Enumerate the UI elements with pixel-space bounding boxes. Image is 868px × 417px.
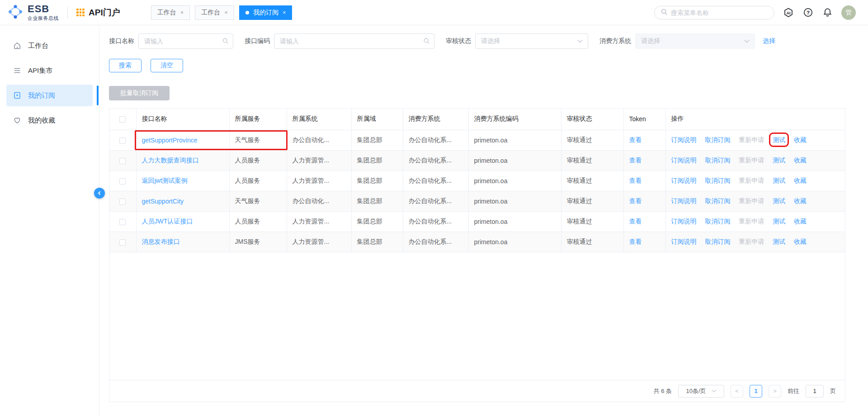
row-checkbox[interactable] bbox=[119, 178, 126, 185]
test-link[interactable]: 测试 bbox=[773, 218, 785, 225]
reapply-link[interactable]: 重新申请 bbox=[739, 197, 764, 204]
chevron-left-icon bbox=[97, 191, 102, 195]
test-link[interactable]: 测试 bbox=[773, 136, 785, 143]
subscription-note-link[interactable]: 订阅说明 bbox=[671, 156, 697, 164]
prev-page-button[interactable]: < bbox=[731, 385, 743, 398]
token-view-link[interactable]: 查看 bbox=[629, 218, 642, 225]
cell-service: 人员服务 bbox=[229, 171, 287, 191]
tab-close-icon[interactable]: × bbox=[283, 9, 286, 16]
ai-assistant-icon[interactable]: AI bbox=[783, 7, 794, 18]
search-button[interactable]: 搜索 bbox=[109, 59, 142, 72]
cell-domain: 集团总部 bbox=[351, 150, 403, 171]
cell-consumer-code: primeton.oa bbox=[468, 171, 561, 191]
sidebar-item-api-market[interactable]: API集市 bbox=[6, 60, 93, 81]
token-view-link[interactable]: 查看 bbox=[629, 177, 642, 184]
reapply-link[interactable]: 重新申请 bbox=[739, 238, 764, 245]
cell-actions: 订阅说明 取消订阅 重新申请 测试 收藏 bbox=[665, 171, 845, 191]
logo-title: ESB bbox=[28, 4, 59, 14]
token-view-link[interactable]: 查看 bbox=[629, 197, 642, 204]
sidebar-item-my-favorites[interactable]: 我的收藏 bbox=[6, 109, 93, 131]
cell-consumer-code: primeton.oa bbox=[468, 211, 561, 232]
token-view-link[interactable]: 查看 bbox=[629, 156, 642, 164]
cell-consumer: 办公自动化系... bbox=[403, 191, 468, 211]
table-row: 消息发布接口 JMS服务 人力资源管... 集团总部 办公自动化系... pri… bbox=[109, 232, 845, 252]
favorite-link[interactable]: 收藏 bbox=[794, 197, 807, 204]
column-header-consumer-code: 消费方系统编码 bbox=[468, 109, 561, 130]
tab-close-icon[interactable]: × bbox=[224, 9, 228, 16]
sidebar-item-my-subscriptions[interactable]: 我的订阅 bbox=[6, 85, 93, 106]
api-name-link[interactable]: 人力大数据查询接口 bbox=[142, 156, 199, 164]
test-link[interactable]: 测试 bbox=[773, 238, 785, 245]
heart-icon bbox=[13, 116, 21, 124]
sidebar-collapse-button[interactable] bbox=[94, 188, 105, 199]
audit-status-select[interactable]: 请选择 bbox=[475, 33, 588, 49]
row-checkbox[interactable] bbox=[119, 137, 126, 144]
tab-my-subscriptions[interactable]: 我的订阅 × bbox=[239, 5, 292, 20]
menu-search-input[interactable] bbox=[671, 9, 768, 16]
favorite-link[interactable]: 收藏 bbox=[794, 177, 807, 184]
unsubscribe-link[interactable]: 取消订阅 bbox=[705, 156, 730, 164]
select-all-checkbox[interactable] bbox=[119, 116, 126, 123]
favorite-link[interactable]: 收藏 bbox=[794, 238, 807, 245]
api-name-link[interactable]: getSupportProvince bbox=[142, 137, 198, 144]
api-name-link[interactable]: 人员JWT认证接口 bbox=[142, 218, 193, 225]
unsubscribe-link[interactable]: 取消订阅 bbox=[705, 218, 730, 225]
api-name-link[interactable]: 消息发布接口 bbox=[142, 238, 180, 245]
unsubscribe-link[interactable]: 取消订阅 bbox=[705, 177, 730, 184]
row-checkbox[interactable] bbox=[119, 239, 126, 246]
goto-page-input[interactable] bbox=[806, 385, 824, 398]
pagination-bar: 共 6 条 10条/页 < 1 > 前往 页 bbox=[109, 380, 845, 402]
reapply-link[interactable]: 重新申请 bbox=[739, 156, 764, 164]
notification-bell-icon[interactable] bbox=[822, 7, 833, 18]
choose-consumer-link[interactable]: 选择 bbox=[763, 37, 775, 45]
api-name-link[interactable]: getSupportCity bbox=[142, 198, 184, 205]
main-content: 接口名称 接口编码 审核状态 bbox=[99, 25, 868, 417]
unsubscribe-link[interactable]: 取消订阅 bbox=[705, 136, 730, 143]
token-view-link[interactable]: 查看 bbox=[629, 136, 642, 143]
current-page-button[interactable]: 1 bbox=[750, 385, 762, 398]
cell-system: 人力资源管... bbox=[287, 211, 351, 232]
test-link[interactable]: 测试 bbox=[773, 197, 785, 204]
unsubscribe-link[interactable]: 取消订阅 bbox=[705, 197, 730, 204]
tab-workbench-1[interactable]: 工作台 × bbox=[151, 5, 190, 20]
tab-bar: 工作台 × 工作台 × 我的订阅 × bbox=[151, 5, 292, 20]
favorite-link[interactable]: 收藏 bbox=[794, 218, 807, 225]
menu-search-box[interactable] bbox=[654, 6, 774, 19]
favorite-link[interactable]: 收藏 bbox=[794, 156, 807, 164]
reapply-link[interactable]: 重新申请 bbox=[739, 218, 764, 225]
batch-unsubscribe-button[interactable]: 批量取消订阅 bbox=[109, 86, 170, 100]
clear-button[interactable]: 清空 bbox=[151, 59, 183, 72]
app-header: ESB 企业服务总线 API门户 工作台 × 工作台 × 我的订阅 × bbox=[0, 0, 868, 25]
favorite-link[interactable]: 收藏 bbox=[794, 136, 807, 143]
api-name-input[interactable] bbox=[138, 33, 233, 49]
test-link[interactable]: 测试 bbox=[773, 156, 785, 164]
chevron-down-icon bbox=[744, 39, 750, 43]
row-checkbox[interactable] bbox=[119, 158, 126, 164]
page-size-select[interactable]: 10条/页 bbox=[678, 385, 724, 398]
test-link[interactable]: 测试 bbox=[773, 177, 785, 184]
token-view-link[interactable]: 查看 bbox=[629, 238, 642, 245]
row-checkbox[interactable] bbox=[119, 219, 126, 225]
consumer-system-select[interactable]: 请选择 bbox=[635, 33, 755, 49]
next-page-button[interactable]: > bbox=[769, 385, 781, 398]
chevron-down-icon bbox=[577, 39, 583, 43]
reapply-link[interactable]: 重新申请 bbox=[739, 136, 764, 143]
tab-workbench-2[interactable]: 工作台 × bbox=[195, 5, 234, 20]
subscription-note-link[interactable]: 订阅说明 bbox=[671, 177, 697, 184]
subscription-note-link[interactable]: 订阅说明 bbox=[671, 136, 697, 143]
subscription-note-link[interactable]: 订阅说明 bbox=[671, 218, 697, 225]
sidebar-item-workbench[interactable]: 工作台 bbox=[6, 35, 93, 57]
unsubscribe-link[interactable]: 取消订阅 bbox=[705, 238, 730, 245]
cell-consumer: 办公自动化系... bbox=[403, 150, 468, 171]
column-header-system: 所属系统 bbox=[287, 109, 351, 130]
api-name-link[interactable]: 返回jwt测试案例 bbox=[142, 177, 188, 184]
help-icon[interactable]: ? bbox=[802, 7, 813, 18]
subscription-note-link[interactable]: 订阅说明 bbox=[671, 238, 697, 245]
api-code-input[interactable] bbox=[274, 33, 434, 49]
reapply-link[interactable]: 重新申请 bbox=[739, 177, 764, 184]
subscription-note-link[interactable]: 订阅说明 bbox=[671, 197, 697, 204]
tab-close-icon[interactable]: × bbox=[180, 9, 184, 16]
row-checkbox[interactable] bbox=[119, 199, 126, 205]
search-icon bbox=[423, 38, 430, 46]
user-avatar[interactable]: 管 bbox=[841, 5, 856, 20]
